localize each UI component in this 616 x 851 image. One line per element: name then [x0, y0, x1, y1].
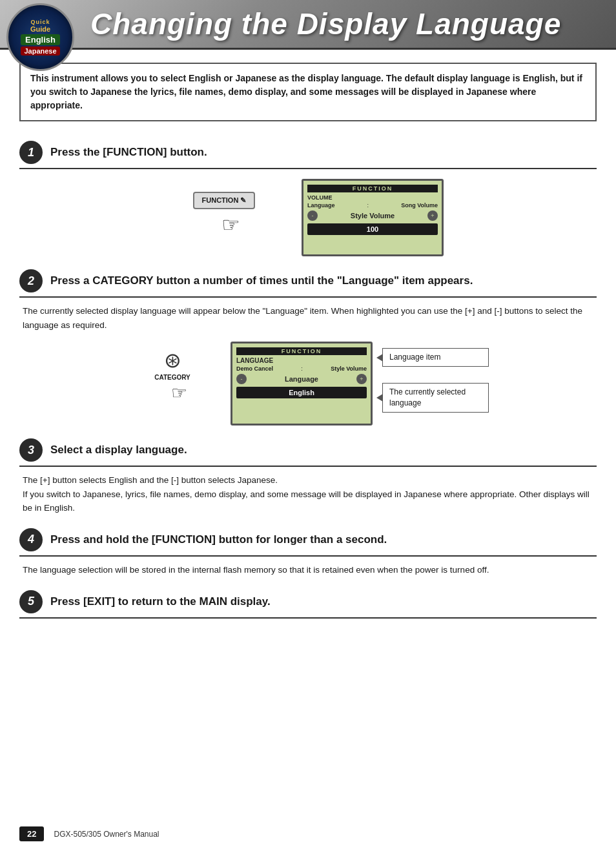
step-3: 3 Select a display language. The [+] but… [19, 438, 597, 515]
lcd-row-items: Language : Song Volume [307, 202, 438, 209]
lcd-title-2: FUNCTION [236, 347, 367, 355]
lcd-demo-cancel: Demo Cancel [236, 365, 273, 372]
step-1: 1 Press the [FUNCTION] button. FUNCTION … [19, 141, 597, 256]
lcd-value-1: 100 [307, 223, 438, 235]
step-2-header: 2 Press a CATEGORY button a number of ti… [19, 269, 597, 298]
lcd-nav-2: - Language + [236, 374, 367, 384]
badge-english-label: English [21, 34, 59, 45]
step-2-body: The currently selected display language … [19, 304, 597, 332]
lcd-style-volume: Style Volume [318, 211, 427, 220]
callout-group: Language item The currently selected lan… [382, 342, 489, 412]
lcd-language-label: Language [307, 202, 335, 209]
page-number: 22 [19, 826, 44, 841]
step-4-body: The language selection will be stored in… [19, 563, 597, 577]
lcd-minus-btn[interactable]: - [307, 210, 318, 221]
lcd-lang-header: LANGUAGE [236, 357, 367, 364]
step-4-header: 4 Press and hold the [FUNCTION] button f… [19, 528, 597, 557]
step-1-number: 1 [19, 141, 43, 164]
lcd-minus-btn-2[interactable]: - [236, 374, 247, 384]
lcd-screen-1: FUNCTION VOLUME Language : Song Volume -… [302, 179, 444, 256]
step-3-header: 3 Select a display language. [19, 438, 597, 467]
step-1-illustration: FUNCTION ✎ ☞ FUNCTION VOLUME Language : … [19, 179, 597, 256]
lcd-language-center: Language [247, 374, 356, 384]
step-2-number: 2 [19, 269, 43, 292]
step-3-number: 3 [19, 438, 43, 462]
lcd-plus-btn-2[interactable]: + [356, 374, 367, 384]
lcd-song-volume-label: Song Volume [401, 202, 438, 209]
lcd-plus-btn[interactable]: + [427, 210, 438, 221]
step-3-body: The [+] button selects English and the [… [19, 473, 597, 515]
lcd-title-1: FUNCTION [307, 185, 438, 192]
lcd-style-vol-2: Style Volume [331, 365, 367, 372]
step-5-number: 5 [19, 590, 43, 613]
footer-text: DGX-505/305 Owner's Manual [54, 830, 159, 839]
step-3-body-text: The [+] button selects English and the [… [23, 475, 590, 513]
step-4-title: Press and hold the [FUNCTION] button for… [50, 533, 387, 546]
badge-quick-label: Quick [21, 19, 59, 25]
intro-box: This instrument allows you to select Eng… [19, 63, 597, 121]
category-label: CATEGORY [127, 374, 218, 381]
step-4-number: 4 [19, 528, 43, 551]
page-footer: 22 DGX-505/305 Owner's Manual [0, 826, 616, 841]
main-content: 1 Press the [FUNCTION] button. FUNCTION … [0, 134, 616, 638]
step-3-title: Select a display language. [50, 444, 187, 456]
badge-japanese-label: Japanese [21, 46, 59, 56]
step-1-title: Press the [FUNCTION] button. [50, 146, 207, 159]
page-header: Quick Guide English Japanese Changing th… [0, 0, 616, 50]
currently-selected-callout: The currently selected language [382, 383, 489, 413]
step-1-header: 1 Press the [FUNCTION] button. [19, 141, 597, 169]
category-button-icon: ⊛ [127, 348, 218, 373]
lcd-lang-items: Demo Cancel : Style Volume [236, 365, 367, 372]
lcd-row-volume: VOLUME [307, 194, 438, 201]
step-2-illustration: ⊛ CATEGORY ☞ FUNCTION LANGUAGE Demo Canc… [19, 342, 597, 425]
quick-guide-badge: Quick Guide English Japanese [6, 3, 77, 74]
badge-guide-label: Guide [21, 25, 59, 33]
lcd-nav-1: - Style Volume + [307, 210, 438, 221]
lcd-value-2: English [236, 387, 367, 398]
step-4: 4 Press and hold the [FUNCTION] button f… [19, 528, 597, 577]
language-item-callout: Language item [382, 348, 489, 367]
intro-text: This instrument allows you to select Eng… [30, 72, 586, 112]
function-button[interactable]: FUNCTION ✎ [193, 192, 256, 209]
lcd-screen-2: FUNCTION LANGUAGE Demo Cancel : Style Vo… [231, 342, 373, 425]
step-2-title: Press a CATEGORY button a number of time… [50, 274, 473, 287]
page-title: Changing the Display Language [90, 6, 561, 41]
hand-icon: ☞ [185, 212, 276, 237]
hand-2-icon: ☞ [140, 382, 218, 404]
lcd-volume-label: VOLUME [307, 194, 333, 201]
step-5: 5 Press [EXIT] to return to the MAIN dis… [19, 590, 597, 619]
step-5-header: 5 Press [EXIT] to return to the MAIN dis… [19, 590, 597, 619]
step-2: 2 Press a CATEGORY button a number of ti… [19, 269, 597, 425]
step-5-title: Press [EXIT] to return to the MAIN displ… [50, 595, 271, 608]
